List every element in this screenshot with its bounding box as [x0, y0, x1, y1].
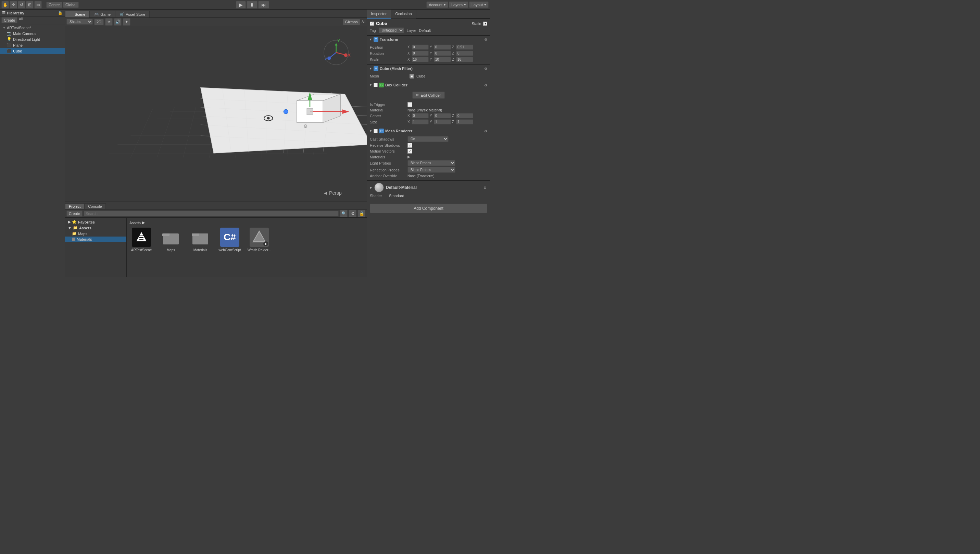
viewport[interactable]: ⚙ Y X Z — [65, 26, 367, 201]
project-lock-icon[interactable]: 🔒 — [358, 210, 365, 217]
project-create-button[interactable]: Create — [67, 211, 83, 217]
asset-artestscene[interactable]: ARTestScene — [129, 228, 153, 252]
scale-y-input[interactable] — [434, 57, 451, 62]
rotation-x-input[interactable] — [412, 51, 429, 56]
tab-scene[interactable]: ⛶ Scene — [65, 11, 90, 18]
global-button[interactable]: Global — [63, 2, 79, 8]
layout-button[interactable]: Layout ▾ — [469, 2, 488, 8]
2d-button[interactable]: 2D — [94, 19, 104, 25]
size-z-input[interactable] — [456, 119, 473, 125]
size-x-letter: X — [407, 120, 411, 124]
size-x-input[interactable] — [412, 119, 429, 125]
shading-mode-dropdown[interactable]: Shaded Wireframe — [67, 19, 93, 25]
favorites-icon: ⭐ — [72, 220, 77, 224]
box-collider-header[interactable]: ▼ B Box Collider ⚙ — [367, 81, 490, 89]
motion-vectors-checkbox[interactable]: ✓ — [407, 149, 412, 153]
tab-asset-store[interactable]: 🛒 Asset Store — [115, 11, 150, 18]
sidebar-materials[interactable]: Materials — [65, 236, 126, 242]
motion-vectors-label: Motion Vectors — [370, 149, 407, 153]
mesh-filter-settings-icon[interactable]: ⚙ — [483, 66, 488, 71]
size-row: Size X Y Z — [370, 119, 487, 125]
center-button[interactable]: Center — [46, 2, 62, 8]
is-trigger-checkbox[interactable] — [407, 102, 412, 107]
add-component-button[interactable]: Add Component — [370, 204, 487, 213]
material-fold-icon[interactable]: ▶ — [370, 186, 372, 189]
reflection-probes-dropdown[interactable]: Blend Probes Off — [407, 167, 455, 173]
account-button[interactable]: Account ▾ — [426, 2, 448, 8]
hierarchy-lock-icon[interactable]: 🔒 — [58, 11, 63, 15]
mesh-renderer-settings-icon[interactable]: ⚙ — [483, 129, 488, 133]
move-tool-button[interactable]: ✛ — [10, 1, 17, 9]
transform-settings-icon[interactable]: ⚙ — [483, 37, 488, 42]
sidebar-maps[interactable]: 📁 Maps — [65, 231, 126, 236]
shader-label: Shader — [370, 194, 387, 198]
rotate-tool-button[interactable]: ↺ — [18, 1, 25, 9]
size-y-input[interactable] — [434, 119, 451, 125]
receive-shadows-checkbox[interactable]: ✓ — [407, 143, 412, 148]
center-x-input[interactable] — [412, 113, 429, 118]
asset-wraith-raider[interactable]: ▶ Wraith Raider... — [247, 228, 271, 252]
hierarchy-item-cube[interactable]: ⬛ Cube — [0, 48, 65, 54]
position-value: X Y Z — [407, 45, 487, 50]
scene-toolbar: Shaded Wireframe 2D ☀ 🔊 ✦ Gizmos All — [65, 18, 367, 26]
center-y-input[interactable] — [434, 113, 451, 118]
playback-controls: ▶ ⏸ ⏭ — [236, 1, 269, 9]
asset-webcamscript[interactable]: C# webCamScript — [218, 228, 242, 252]
tab-game[interactable]: 🎮 Game — [90, 11, 115, 18]
hierarchy-item-plane[interactable]: ⬛ Plane — [0, 42, 65, 48]
project-search-icon[interactable]: 🔍 — [340, 210, 348, 217]
effects-icon[interactable]: ✦ — [123, 18, 130, 26]
sidebar-favorites[interactable]: ▶ ⭐ Favorites — [65, 219, 126, 225]
scale-tool-button[interactable]: ⊞ — [26, 1, 33, 9]
maps-icon: 📁 — [72, 231, 77, 236]
mesh-renderer-header[interactable]: ▼ R Mesh Renderer ⚙ — [367, 127, 490, 135]
lighting-icon[interactable]: ☀ — [105, 18, 113, 26]
position-z-input[interactable] — [456, 45, 473, 50]
gizmos-button[interactable]: Gizmos — [343, 19, 360, 25]
tag-dropdown[interactable]: Untagged — [379, 27, 404, 33]
tab-inspector[interactable]: Inspector — [367, 10, 391, 19]
scale-z-input[interactable] — [456, 57, 473, 62]
tab-project[interactable]: Project — [65, 203, 84, 209]
hand-tool-button[interactable]: ✋ — [2, 1, 9, 9]
object-enabled-checkbox[interactable]: ✓ — [370, 22, 374, 26]
box-collider-settings-icon[interactable]: ⚙ — [483, 83, 488, 88]
hierarchy-item-artestscene[interactable]: ▼ ARTestScene* — [0, 25, 65, 30]
mesh-filter-header[interactable]: ▼ M Cube (Mesh Filter) ⚙ — [367, 65, 490, 72]
audio-icon[interactable]: 🔊 — [114, 18, 122, 26]
box-collider-enabled[interactable] — [374, 83, 378, 87]
asset-maps[interactable]: Maps — [159, 228, 183, 252]
hierarchy-create-button[interactable]: Create — [2, 17, 18, 23]
center-y-field: Y — [430, 113, 451, 118]
project-options-icon[interactable]: ⚙ — [349, 210, 356, 217]
step-button[interactable]: ⏭ — [258, 1, 269, 9]
scale-x-input[interactable] — [412, 57, 429, 62]
materials-label: Materials — [370, 155, 407, 159]
position-x-input[interactable] — [412, 45, 429, 50]
hierarchy-item-maincamera[interactable]: 📷 Main Camera — [0, 30, 65, 36]
object-static-checkbox[interactable]: ▾ — [483, 22, 487, 26]
play-button[interactable]: ▶ — [236, 1, 246, 9]
project-search-input[interactable] — [84, 211, 339, 216]
scale-label: Scale — [370, 57, 407, 62]
material-settings-icon[interactable]: ⚙ — [482, 185, 487, 190]
rotation-y-input[interactable] — [434, 51, 451, 56]
rotation-z-input[interactable] — [456, 51, 473, 56]
sidebar-assets[interactable]: ▼ 📁 Assets — [65, 225, 126, 231]
position-y-input[interactable] — [434, 45, 451, 50]
pause-button[interactable]: ⏸ — [247, 1, 258, 9]
hierarchy-item-directionallight[interactable]: 💡 Directional Light — [0, 36, 65, 42]
layers-button[interactable]: Layers ▾ — [449, 2, 468, 8]
rect-tool-button[interactable]: ▭ — [34, 1, 42, 9]
center-z-input[interactable] — [456, 113, 473, 118]
edit-collider-button[interactable]: ✏ Edit Collider — [412, 91, 444, 99]
asset-materials[interactable]: Materials — [188, 228, 212, 252]
transform-header[interactable]: ▼ T Transform ⚙ — [367, 36, 490, 43]
light-probes-dropdown[interactable]: Blend Probes Off — [407, 160, 455, 166]
cast-shadows-dropdown[interactable]: On Off Two Sided — [407, 136, 449, 142]
materials-fold-arrow[interactable]: ▶ — [407, 155, 410, 159]
tab-console[interactable]: Console — [84, 203, 105, 209]
tab-occlusion[interactable]: Occlusion — [391, 10, 416, 19]
rotation-row: Rotation X Y Z — [370, 51, 487, 56]
mesh-renderer-enabled[interactable] — [374, 129, 378, 133]
